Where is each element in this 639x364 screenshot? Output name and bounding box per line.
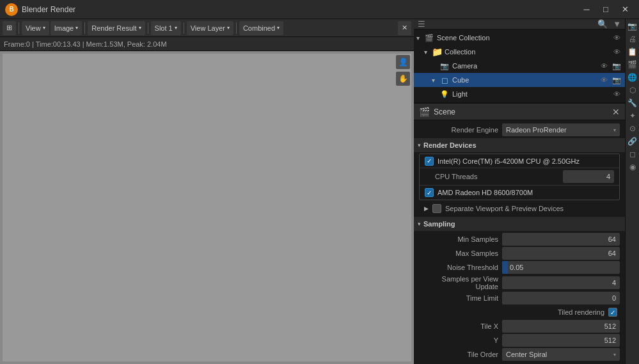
collection-actions: 👁 [611,46,625,58]
view-menu[interactable]: View ▾ [22,21,49,35]
combined-dropdown[interactable]: Combined ▾ [239,21,283,35]
scene-actions: 👁 [611,32,625,44]
eye-btn4[interactable]: 👁 [598,74,610,86]
gpu-checkbox[interactable]: ✓ [425,188,434,197]
zoom-fit-btn[interactable]: 👤 [396,55,410,69]
close-button[interactable]: ✕ [616,3,634,17]
render-result-arrow: ▾ [139,25,141,31]
tile-x-row: Tile X 512 [414,319,625,333]
options-icon[interactable]: ▼ [613,19,621,29]
samples-per-view-value[interactable]: 4 [502,276,620,289]
collection-label: Collection [445,48,611,56]
properties-body: Render Engine Radeon ProRender ▾ ▾ Rende… [414,120,625,364]
corner-controls: 👤 ✋ [396,55,410,86]
eye-btn2[interactable]: 👁 [611,46,622,58]
cpu-threads-item: CPU Threads 4 [420,168,619,186]
data-properties-icon[interactable]: ◻ [627,148,638,160]
slot-label: Slot 1 [155,24,173,32]
sampling-title: Sampling [423,220,455,228]
tile-y-value[interactable]: 512 [502,334,620,347]
separator3 [148,22,148,34]
eye-btn5[interactable]: 👁 [611,88,622,100]
camera-label: Camera [452,62,598,70]
main-layout: ⊞ View ▾ Image ▾ Render Result ▾ Slot 1 … [0,19,639,364]
render-canvas: 👤 ✋ [0,51,414,364]
tile-y-label: Y [419,336,502,344]
max-samples-value[interactable]: 64 [502,247,620,260]
section-arrow-devices: ▾ [418,142,421,148]
object-properties-icon[interactable]: ⬡ [627,84,638,96]
titlebar: B Blender Render ─ □ ✕ [0,0,639,19]
max-samples-row: Max Samples 64 [414,246,625,260]
outliner-item-cube[interactable]: ▾ ◻ Cube 👁 📷 [414,73,625,87]
noise-threshold-value[interactable]: 0.05 [502,261,620,274]
view-layer-dropdown[interactable]: View Layer ▾ [187,21,233,35]
camera-actions: 👁 📷 [598,60,625,72]
render-engine-value: Radeon ProRender [506,126,613,134]
slot-dropdown[interactable]: Slot 1 ▾ [151,21,181,35]
physics-properties-icon[interactable]: ⊙ [627,123,638,134]
maximize-button[interactable]: □ [597,3,615,17]
scene-properties-icon-btn[interactable]: 🎬 [627,59,638,70]
tile-order-dropdown[interactable]: Center Spiral ▾ [502,348,620,361]
light-icon: 💡 [439,89,450,99]
filter-icon[interactable]: 🔍 [597,19,608,29]
min-samples-value[interactable]: 64 [502,233,620,246]
outliner-item-camera[interactable]: 📷 Camera 👁 📷 [414,59,625,73]
panel-icon-btn[interactable]: ⊞ [3,21,16,35]
particles-properties-icon[interactable]: ✦ [627,110,638,122]
cancel-render-btn[interactable]: ✕ [398,21,411,35]
render-engine-dropdown[interactable]: Radeon ProRender ▾ [502,123,620,136]
eye-btn3[interactable]: 👁 [598,60,610,72]
render-engine-arrow: ▾ [613,127,616,133]
separate-viewport-row: ▶ Separate Viewport & Preview Devices [414,202,625,216]
render-btn4[interactable]: 📷 [611,74,622,86]
properties-close-btn[interactable]: ✕ [612,107,620,117]
outliner-item-light[interactable]: 💡 Light 👁 [414,87,625,101]
output-properties-icon[interactable]: 🖨 [627,33,638,45]
view-label: View [26,24,41,32]
tile-x-label: Tile X [419,322,502,330]
top-strip: ☰ 🔍 ▼ [414,19,625,29]
render-btn3[interactable]: 📷 [611,60,622,72]
expand-arrow-cube: ▾ [432,77,439,84]
outliner-item-collection[interactable]: ▾ 📁 Collection 👁 [414,45,625,59]
tile-x-value[interactable]: 512 [502,320,620,333]
tiled-rendering-label: Tiled rendering [419,308,608,316]
hand-tool-btn[interactable]: ✋ [396,72,410,86]
render-properties-icon[interactable]: 📷 [627,20,638,32]
render-result-dropdown[interactable]: Render Result ▾ [88,21,145,35]
eye-btn[interactable]: 👁 [611,32,622,44]
cpu-checkbox[interactable]: ✓ [425,157,434,166]
constraints-properties-icon[interactable]: 🔗 [627,136,638,147]
noise-threshold-row: Noise Threshold 0.05 [414,260,625,274]
status-bar: Frame:0 | Time:00:13.43 | Mem:1.53M, Pea… [0,37,414,51]
modifier-properties-icon[interactable]: 🔧 [627,97,638,109]
world-properties-icon[interactable]: 🌐 [627,72,638,83]
render-devices-title: Render Devices [423,141,477,149]
section-arrow-sampling: ▾ [418,221,421,227]
cpu-threads-label: CPU Threads [435,173,477,180]
material-properties-icon[interactable]: ◉ [627,161,638,173]
render-result-label: Render Result [91,24,136,32]
noise-threshold-label: Noise Threshold [419,264,502,271]
image-menu[interactable]: Image ▾ [51,21,83,35]
cube-label: Cube [452,76,598,84]
min-samples-label: Min Samples [419,235,502,243]
sampling-section-header[interactable]: ▾ Sampling [414,217,625,231]
camera-icon: 📷 [439,61,450,71]
app-icon: B [5,3,18,16]
outliner-menu-icon[interactable]: ☰ [418,19,425,29]
min-samples-row: Min Samples 64 [414,232,625,246]
time-limit-value[interactable]: 0 [502,292,620,305]
outliner-item-scene-collection[interactable]: ▾ 🎬 Scene Collection 👁 [414,31,625,45]
minimize-button[interactable]: ─ [578,3,596,17]
time-limit-label: Time Limit [419,294,502,302]
view-layer-properties-icon[interactable]: 📋 [627,46,638,58]
tiled-rendering-checkbox[interactable] [608,308,617,317]
render-devices-section-header[interactable]: ▾ Render Devices [414,138,625,152]
tile-order-label: Tile Order [419,351,502,358]
samples-per-view-label: Samples per View Update [419,275,502,290]
separate-viewport-checkbox[interactable] [432,204,441,213]
cpu-threads-value[interactable]: 4 [563,170,614,183]
